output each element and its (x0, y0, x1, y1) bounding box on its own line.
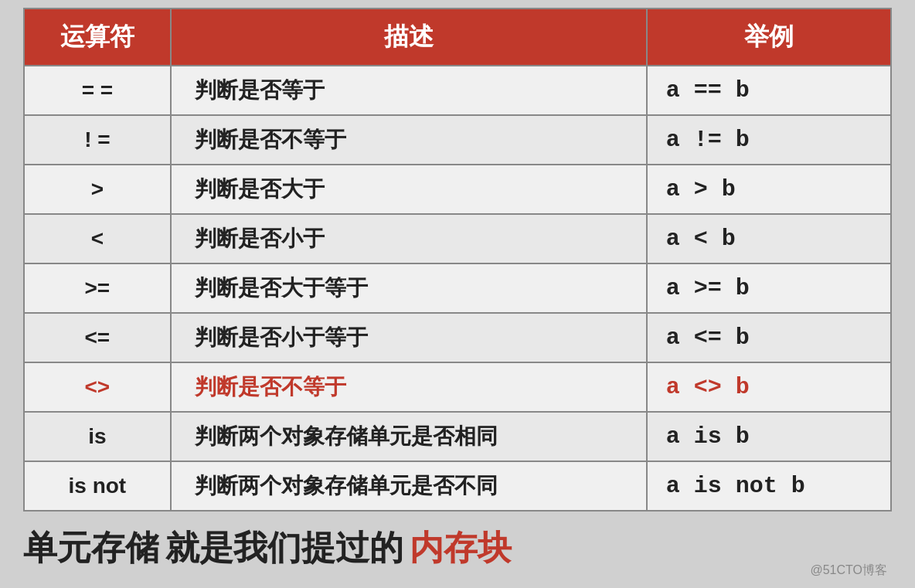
cell-example: a > b (647, 165, 891, 214)
footer-part1: 单元存储 (23, 525, 159, 571)
table-row: is判断两个对象存储单元是否相同a is b (24, 412, 891, 461)
cell-description: 判断是否不等于 (171, 362, 647, 412)
table-row: <判断是否小于a < b (24, 214, 891, 263)
table-container: 运算符 描述 举例 = =判断是否等于a == b! =判断是否不等于a != … (0, 0, 915, 512)
table-row: <>判断是否不等于a <> b (24, 362, 891, 412)
table-row: >= 判断是否大于等于a >= b (24, 263, 891, 313)
table-row: <=判断是否小于等于a <= b (24, 313, 891, 362)
cell-operator: is not (24, 461, 171, 511)
watermark: @51CTO博客 (810, 563, 887, 579)
cell-description: 判断是否小于等于 (171, 313, 647, 362)
header-description: 描述 (171, 8, 647, 66)
cell-description: 判断两个对象存储单元是否不同 (171, 461, 647, 511)
cell-operator: = = (24, 66, 171, 115)
footer-part3: 内存块 (410, 525, 512, 571)
header-operator: 运算符 (24, 8, 171, 66)
cell-example: a <= b (647, 313, 891, 362)
table-row: = =判断是否等于a == b (24, 66, 891, 115)
cell-operator: >= (24, 263, 171, 313)
comparison-table: 运算符 描述 举例 = =判断是否等于a == b! =判断是否不等于a != … (23, 8, 892, 512)
table-row: is not判断两个对象存储单元是否不同a is not b (24, 461, 891, 511)
cell-operator: <> (24, 362, 171, 412)
cell-example: a == b (647, 66, 891, 115)
footer-part2: 就是我们提过的 (165, 525, 403, 571)
cell-description: 判断是否等于 (171, 66, 647, 115)
cell-description: 判断是否大于 (171, 165, 647, 214)
cell-description: 判断两个对象存储单元是否相同 (171, 412, 647, 461)
cell-operator: ! = (24, 115, 171, 165)
cell-example: a != b (647, 115, 891, 165)
cell-operator: is (24, 412, 171, 461)
cell-example: a < b (647, 214, 891, 263)
cell-operator: > (24, 165, 171, 214)
cell-operator: <= (24, 313, 171, 362)
cell-description: 判断是否不等于 (171, 115, 647, 165)
cell-operator: < (24, 214, 171, 263)
cell-description: 判断是否大于等于 (171, 263, 647, 313)
table-row: ! =判断是否不等于a != b (24, 115, 891, 165)
cell-example: a is b (647, 412, 891, 461)
header-example: 举例 (647, 8, 891, 66)
cell-example: a is not b (647, 461, 891, 511)
table-row: >判断是否大于a > b (24, 165, 891, 214)
cell-example: a <> b (647, 362, 891, 412)
cell-description: 判断是否小于 (171, 214, 647, 263)
table-header-row: 运算符 描述 举例 (24, 8, 891, 66)
cell-example: a >= b (647, 263, 891, 313)
footer-text: 单元存储 就是我们提过的 内存块 (0, 512, 915, 577)
